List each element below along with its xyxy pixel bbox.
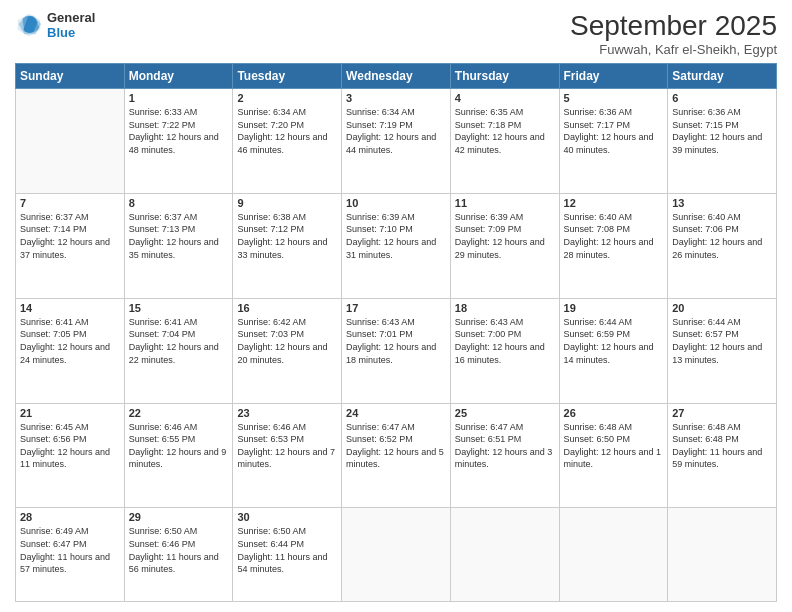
logo: General Blue <box>15 10 95 40</box>
table-row: 17Sunrise: 6:43 AMSunset: 7:01 PMDayligh… <box>342 298 451 403</box>
day-number: 15 <box>129 302 229 314</box>
table-row: 18Sunrise: 6:43 AMSunset: 7:00 PMDayligh… <box>450 298 559 403</box>
day-number: 1 <box>129 92 229 104</box>
day-number: 5 <box>564 92 664 104</box>
table-row <box>342 508 451 602</box>
table-row: 7Sunrise: 6:37 AMSunset: 7:14 PMDaylight… <box>16 193 125 298</box>
day-number: 30 <box>237 511 337 523</box>
header: General Blue September 2025 Fuwwah, Kafr… <box>15 10 777 57</box>
day-info: Sunrise: 6:47 AMSunset: 6:52 PMDaylight:… <box>346 421 446 471</box>
title-block: September 2025 Fuwwah, Kafr el-Sheikh, E… <box>570 10 777 57</box>
day-number: 18 <box>455 302 555 314</box>
day-info: Sunrise: 6:41 AMSunset: 7:04 PMDaylight:… <box>129 316 229 366</box>
day-number: 9 <box>237 197 337 209</box>
calendar-week-row: 28Sunrise: 6:49 AMSunset: 6:47 PMDayligh… <box>16 508 777 602</box>
day-info: Sunrise: 6:34 AMSunset: 7:19 PMDaylight:… <box>346 106 446 156</box>
col-friday: Friday <box>559 64 668 89</box>
col-saturday: Saturday <box>668 64 777 89</box>
day-number: 14 <box>20 302 120 314</box>
day-info: Sunrise: 6:36 AMSunset: 7:15 PMDaylight:… <box>672 106 772 156</box>
day-info: Sunrise: 6:39 AMSunset: 7:10 PMDaylight:… <box>346 211 446 261</box>
day-number: 3 <box>346 92 446 104</box>
col-wednesday: Wednesday <box>342 64 451 89</box>
day-number: 24 <box>346 407 446 419</box>
day-info: Sunrise: 6:37 AMSunset: 7:14 PMDaylight:… <box>20 211 120 261</box>
day-number: 27 <box>672 407 772 419</box>
calendar-table: Sunday Monday Tuesday Wednesday Thursday… <box>15 63 777 602</box>
calendar-week-row: 14Sunrise: 6:41 AMSunset: 7:05 PMDayligh… <box>16 298 777 403</box>
location: Fuwwah, Kafr el-Sheikh, Egypt <box>570 42 777 57</box>
table-row: 12Sunrise: 6:40 AMSunset: 7:08 PMDayligh… <box>559 193 668 298</box>
table-row: 10Sunrise: 6:39 AMSunset: 7:10 PMDayligh… <box>342 193 451 298</box>
table-row: 4Sunrise: 6:35 AMSunset: 7:18 PMDaylight… <box>450 89 559 194</box>
table-row: 9Sunrise: 6:38 AMSunset: 7:12 PMDaylight… <box>233 193 342 298</box>
day-info: Sunrise: 6:42 AMSunset: 7:03 PMDaylight:… <box>237 316 337 366</box>
day-number: 7 <box>20 197 120 209</box>
day-info: Sunrise: 6:33 AMSunset: 7:22 PMDaylight:… <box>129 106 229 156</box>
day-info: Sunrise: 6:47 AMSunset: 6:51 PMDaylight:… <box>455 421 555 471</box>
col-thursday: Thursday <box>450 64 559 89</box>
day-info: Sunrise: 6:44 AMSunset: 6:59 PMDaylight:… <box>564 316 664 366</box>
table-row: 1Sunrise: 6:33 AMSunset: 7:22 PMDaylight… <box>124 89 233 194</box>
day-number: 25 <box>455 407 555 419</box>
table-row: 29Sunrise: 6:50 AMSunset: 6:46 PMDayligh… <box>124 508 233 602</box>
table-row: 25Sunrise: 6:47 AMSunset: 6:51 PMDayligh… <box>450 403 559 508</box>
table-row: 15Sunrise: 6:41 AMSunset: 7:04 PMDayligh… <box>124 298 233 403</box>
day-number: 23 <box>237 407 337 419</box>
day-info: Sunrise: 6:34 AMSunset: 7:20 PMDaylight:… <box>237 106 337 156</box>
day-info: Sunrise: 6:39 AMSunset: 7:09 PMDaylight:… <box>455 211 555 261</box>
table-row: 28Sunrise: 6:49 AMSunset: 6:47 PMDayligh… <box>16 508 125 602</box>
month-title: September 2025 <box>570 10 777 42</box>
day-info: Sunrise: 6:40 AMSunset: 7:08 PMDaylight:… <box>564 211 664 261</box>
table-row <box>668 508 777 602</box>
table-row <box>559 508 668 602</box>
day-number: 29 <box>129 511 229 523</box>
table-row: 21Sunrise: 6:45 AMSunset: 6:56 PMDayligh… <box>16 403 125 508</box>
day-number: 17 <box>346 302 446 314</box>
table-row <box>450 508 559 602</box>
table-row: 8Sunrise: 6:37 AMSunset: 7:13 PMDaylight… <box>124 193 233 298</box>
table-row: 27Sunrise: 6:48 AMSunset: 6:48 PMDayligh… <box>668 403 777 508</box>
day-info: Sunrise: 6:49 AMSunset: 6:47 PMDaylight:… <box>20 525 120 575</box>
day-number: 4 <box>455 92 555 104</box>
calendar-week-row: 7Sunrise: 6:37 AMSunset: 7:14 PMDaylight… <box>16 193 777 298</box>
day-info: Sunrise: 6:43 AMSunset: 7:00 PMDaylight:… <box>455 316 555 366</box>
day-info: Sunrise: 6:46 AMSunset: 6:53 PMDaylight:… <box>237 421 337 471</box>
day-info: Sunrise: 6:43 AMSunset: 7:01 PMDaylight:… <box>346 316 446 366</box>
table-row: 3Sunrise: 6:34 AMSunset: 7:19 PMDaylight… <box>342 89 451 194</box>
day-info: Sunrise: 6:38 AMSunset: 7:12 PMDaylight:… <box>237 211 337 261</box>
calendar-header-row: Sunday Monday Tuesday Wednesday Thursday… <box>16 64 777 89</box>
table-row: 22Sunrise: 6:46 AMSunset: 6:55 PMDayligh… <box>124 403 233 508</box>
day-info: Sunrise: 6:48 AMSunset: 6:50 PMDaylight:… <box>564 421 664 471</box>
day-number: 10 <box>346 197 446 209</box>
day-number: 21 <box>20 407 120 419</box>
table-row <box>16 89 125 194</box>
day-info: Sunrise: 6:50 AMSunset: 6:44 PMDaylight:… <box>237 525 337 575</box>
table-row: 30Sunrise: 6:50 AMSunset: 6:44 PMDayligh… <box>233 508 342 602</box>
day-info: Sunrise: 6:36 AMSunset: 7:17 PMDaylight:… <box>564 106 664 156</box>
table-row: 20Sunrise: 6:44 AMSunset: 6:57 PMDayligh… <box>668 298 777 403</box>
day-number: 26 <box>564 407 664 419</box>
day-info: Sunrise: 6:45 AMSunset: 6:56 PMDaylight:… <box>20 421 120 471</box>
col-tuesday: Tuesday <box>233 64 342 89</box>
day-number: 16 <box>237 302 337 314</box>
table-row: 5Sunrise: 6:36 AMSunset: 7:17 PMDaylight… <box>559 89 668 194</box>
day-number: 20 <box>672 302 772 314</box>
table-row: 26Sunrise: 6:48 AMSunset: 6:50 PMDayligh… <box>559 403 668 508</box>
day-number: 2 <box>237 92 337 104</box>
table-row: 19Sunrise: 6:44 AMSunset: 6:59 PMDayligh… <box>559 298 668 403</box>
day-info: Sunrise: 6:40 AMSunset: 7:06 PMDaylight:… <box>672 211 772 261</box>
table-row: 23Sunrise: 6:46 AMSunset: 6:53 PMDayligh… <box>233 403 342 508</box>
day-info: Sunrise: 6:37 AMSunset: 7:13 PMDaylight:… <box>129 211 229 261</box>
day-info: Sunrise: 6:46 AMSunset: 6:55 PMDaylight:… <box>129 421 229 471</box>
col-monday: Monday <box>124 64 233 89</box>
table-row: 16Sunrise: 6:42 AMSunset: 7:03 PMDayligh… <box>233 298 342 403</box>
logo-icon <box>15 11 43 39</box>
day-number: 19 <box>564 302 664 314</box>
table-row: 11Sunrise: 6:39 AMSunset: 7:09 PMDayligh… <box>450 193 559 298</box>
table-row: 13Sunrise: 6:40 AMSunset: 7:06 PMDayligh… <box>668 193 777 298</box>
day-info: Sunrise: 6:50 AMSunset: 6:46 PMDaylight:… <box>129 525 229 575</box>
logo-text: General Blue <box>47 10 95 40</box>
table-row: 14Sunrise: 6:41 AMSunset: 7:05 PMDayligh… <box>16 298 125 403</box>
day-info: Sunrise: 6:35 AMSunset: 7:18 PMDaylight:… <box>455 106 555 156</box>
